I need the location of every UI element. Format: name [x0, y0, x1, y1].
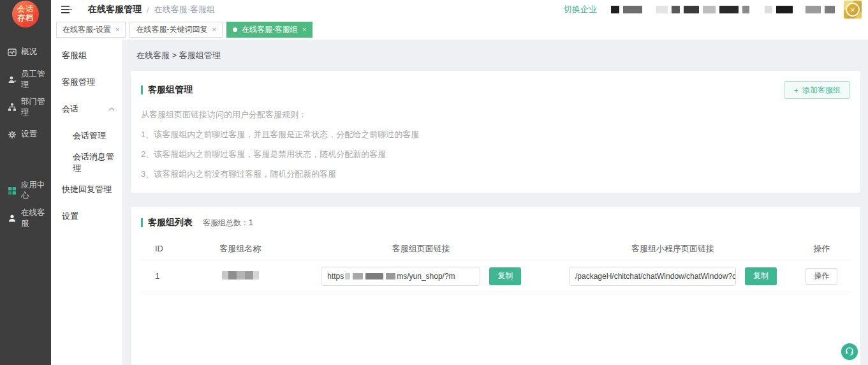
- submenu-item-settings[interactable]: 设置: [51, 203, 122, 230]
- cell-miniprogram-link: /packageH/chitchat/chatWindow/chatWindow…: [552, 267, 793, 286]
- chevron-up-icon: [108, 107, 115, 111]
- row-action-button[interactable]: 操作: [805, 268, 837, 285]
- avatar-placeholder-icon: ×: [846, 3, 860, 17]
- rule-line: 1、该客服组内之前聊过客服，并且客服是正常状态，分配给之前聊过的客服: [141, 129, 850, 140]
- page-link-input[interactable]: https ms/yun_shop/?m: [321, 267, 480, 286]
- link-text: /packageH/chitchat/chatWindow/chatWindow…: [575, 272, 736, 281]
- staff-icon: [7, 75, 17, 84]
- active-tab-dot-icon: [233, 27, 237, 32]
- close-icon[interactable]: ×: [212, 26, 216, 33]
- cell-group-name: [191, 271, 290, 281]
- submenu-item-service-group[interactable]: 客服组: [51, 42, 122, 69]
- online-service-icon: [7, 213, 17, 223]
- add-button-label: 添加客服组: [802, 85, 841, 96]
- content-breadcrumb: 在线客服 > 客服组管理: [136, 50, 855, 61]
- sidebar-item-label: 部门管理: [21, 96, 51, 118]
- column-header-actions: 操作: [793, 243, 850, 255]
- app-logo: 会话 存档: [12, 1, 39, 27]
- submenu-item-quick-reply[interactable]: 快捷回复管理: [51, 176, 122, 203]
- tab-label: 在线客服-设置: [63, 24, 111, 35]
- link-prefix: https: [327, 272, 344, 281]
- submenu-label: 客服组: [62, 50, 87, 61]
- cell-page-link: https ms/yun_shop/?m 复制: [290, 267, 552, 286]
- sidebar-item-label: 应用中心: [21, 180, 51, 202]
- main-sidebar: 会话 存档 概况 员工管理 部门管理: [0, 0, 51, 365]
- submenu-item-session-message-management[interactable]: 会话消息管理: [51, 149, 122, 176]
- tab-service-group[interactable]: 在线客服-客服组 ×: [226, 22, 313, 38]
- sidebar-item-label: 员工管理: [21, 69, 51, 91]
- breadcrumb-current: 在线客服-客服组: [154, 4, 215, 15]
- sidebar-item-department[interactable]: 部门管理: [0, 93, 51, 121]
- overview-icon: [7, 47, 17, 57]
- section-title: 客服组列表: [148, 217, 193, 228]
- tab-online-service-settings[interactable]: 在线客服-设置 ×: [56, 22, 126, 38]
- submenu-label: 会话: [62, 103, 78, 115]
- redacted-group-name: [222, 271, 259, 279]
- service-group-table: ID 客服组名称 客服组页面链接 客服组小程序页面链接 操作 1: [141, 237, 850, 292]
- section-title: 客服组管理: [148, 84, 193, 96]
- assignment-rules: 从客服组页面链接访问的用户分配客服规则： 1、该客服组内之前聊过客服，并且客服是…: [141, 109, 850, 180]
- sidebar-item-label: 设置: [21, 129, 37, 140]
- rule-line: 2、该客服组内之前聊过客服，客服是禁用状态，随机分配新的客服: [141, 149, 850, 160]
- copy-miniprogram-link-button[interactable]: 复制: [745, 267, 777, 285]
- close-icon[interactable]: ×: [115, 26, 119, 33]
- column-header-id: ID: [141, 244, 191, 253]
- rule-line: 3、该客服组内之前没有聊过客服，随机分配新的客服: [141, 168, 850, 180]
- sidebar-item-settings[interactable]: 设置: [0, 121, 51, 148]
- department-icon: [7, 102, 17, 112]
- sidebar-item-online-service[interactable]: 在线客服: [0, 204, 51, 232]
- plus-icon: +: [793, 86, 798, 95]
- sidebar-item-label: 在线客服: [21, 207, 51, 229]
- section-accent-bar: [141, 86, 143, 94]
- group-management-card: 客服组管理 + 添加客服组 从客服组页面链接访问的用户分配客服规则： 1、该客服…: [131, 71, 860, 193]
- section-accent-bar: [141, 218, 143, 227]
- open-tabs-bar: 在线客服-设置 × 在线客服-关键词回复 × 在线客服-客服组 ×: [51, 19, 868, 40]
- submenu-label: 客服管理: [62, 77, 95, 88]
- submenu-label: 设置: [62, 211, 78, 222]
- submenu-item-session-management[interactable]: 会话管理: [51, 123, 122, 149]
- add-service-group-button[interactable]: + 添加客服组: [784, 81, 850, 99]
- gear-icon: [7, 130, 17, 139]
- total-value: 1: [249, 218, 253, 227]
- copy-page-link-button[interactable]: 复制: [489, 267, 521, 285]
- group-total-count: 客服组总数：1: [203, 218, 253, 228]
- group-list-card: 客服组列表 客服组总数：1 ID 客服组名称 客服组页面链接 客服组小程序页面链…: [131, 207, 860, 365]
- link-suffix: ms/yun_shop/?m: [397, 272, 455, 281]
- main-content: 在线客服 > 客服组管理 客服组管理 + 添加客服组 从客服组页面链接访问的用户…: [123, 40, 868, 365]
- breadcrumb-separator: /: [147, 5, 149, 15]
- top-bar: 在线客服管理 / 在线客服-客服组 切换企业: [51, 0, 868, 19]
- user-avatar[interactable]: ×: [844, 1, 862, 19]
- redacted-company-info: [611, 6, 835, 13]
- app-window: 会话 存档 概况 员工管理 部门管理: [0, 0, 868, 365]
- headset-icon: [844, 346, 855, 358]
- switch-company-link[interactable]: 切换企业: [564, 4, 597, 15]
- cell-actions: 操作: [793, 268, 850, 285]
- tab-label: 在线客服-客服组: [242, 24, 298, 35]
- column-header-miniprogram-link: 客服组小程序页面链接: [552, 243, 793, 255]
- sidebar-spacer: [0, 148, 51, 177]
- menu-fold-icon[interactable]: [61, 4, 73, 15]
- logo-line2: 存档: [17, 14, 34, 23]
- submenu-item-service-management[interactable]: 客服管理: [51, 69, 122, 96]
- table-row: 1 https: [141, 260, 850, 292]
- help-support-button[interactable]: [841, 343, 858, 360]
- table-header-row: ID 客服组名称 客服组页面链接 客服组小程序页面链接 操作: [141, 237, 850, 260]
- sidebar-item-app-center[interactable]: 应用中心: [0, 177, 51, 204]
- submenu-label: 快捷回复管理: [62, 184, 112, 195]
- submenu-label: 会话消息管理: [73, 151, 115, 174]
- app-center-icon: [7, 186, 17, 195]
- sidebar-item-overview[interactable]: 概况: [0, 38, 51, 66]
- logo-line1: 会话: [17, 5, 34, 14]
- module-submenu: 客服组 客服管理 会话 会话管理 会话消息管理 快: [51, 40, 123, 365]
- tab-keyword-reply[interactable]: 在线客服-关键词回复 ×: [129, 22, 222, 38]
- column-header-name: 客服组名称: [191, 243, 290, 255]
- submenu-label: 会话管理: [73, 130, 106, 142]
- cell-id: 1: [141, 271, 191, 281]
- sidebar-item-staff[interactable]: 员工管理: [0, 66, 51, 93]
- total-label: 客服组总数：: [203, 218, 249, 227]
- close-icon[interactable]: ×: [302, 26, 306, 33]
- page-title: 在线客服管理: [88, 4, 142, 15]
- submenu-item-session[interactable]: 会话: [51, 96, 122, 123]
- tab-label: 在线客服-关键词回复: [136, 24, 207, 35]
- miniprogram-link-input[interactable]: /packageH/chitchat/chatWindow/chatWindow…: [569, 267, 736, 286]
